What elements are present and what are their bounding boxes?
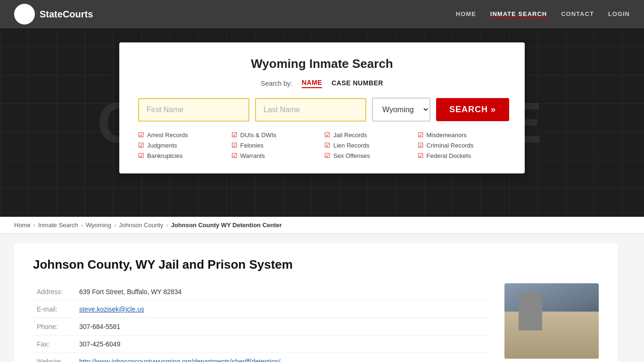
table-row: Website: http://www.johnsoncountywyoming… (33, 353, 490, 362)
feature-duis-dwis: ☑ DUIs & DWIs (231, 131, 320, 139)
feature-label: Jail Records (333, 132, 367, 139)
tab-case-number[interactable]: CASE NUMBER (331, 79, 383, 88)
breadcrumb-sep: › (81, 222, 83, 229)
check-icon: ☑ (138, 152, 144, 159)
website-link[interactable]: http://www.johnsoncountywyoming.org/depa… (79, 358, 281, 362)
feature-sex-offenses: ☑ Sex Offenses (324, 152, 413, 159)
feature-label: Sex Offenses (333, 152, 370, 159)
features-grid: ☑ Arrest Records ☑ DUIs & DWIs ☑ Jail Re… (138, 131, 506, 159)
check-icon: ☑ (231, 141, 238, 149)
check-icon: ☑ (418, 152, 424, 159)
breadcrumb-johnson-county[interactable]: Johnson County (119, 222, 163, 229)
feature-label: Bankruptcies (147, 152, 182, 159)
tab-name[interactable]: NAME (302, 79, 322, 88)
navigation: 🏛 StateCourts HOME INMATE SEARCH CONTACT… (0, 0, 644, 28)
facility-title: Johnson County, WY Jail and Prison Syste… (33, 257, 599, 272)
feature-warrants: ☑ Warrants (231, 152, 320, 159)
site-logo[interactable]: 🏛 StateCourts (14, 4, 93, 25)
nav-login[interactable]: LOGIN (608, 10, 630, 18)
table-row: Fax: 307-425-6049 (33, 336, 490, 353)
check-icon: ☑ (324, 141, 330, 149)
feature-federal-dockets: ☑ Federal Dockets (418, 152, 506, 159)
building-image (504, 283, 599, 359)
breadcrumb-wyoming[interactable]: Wyoming (86, 222, 111, 229)
check-icon: ☑ (231, 152, 238, 159)
phone-label: Phone: (33, 318, 75, 336)
breadcrumb: Home › Inmate Search › Wyoming › Johnson… (0, 217, 644, 234)
breadcrumb-sep: › (33, 222, 35, 229)
hero-section: Wyoming Inmate Search Search by: NAME CA… (0, 28, 644, 217)
email-label: E-mail: (33, 301, 75, 318)
last-name-input[interactable] (255, 98, 366, 122)
phone-value: 307-684-5581 (75, 318, 490, 336)
check-icon: ☑ (231, 131, 238, 139)
feature-label: Federal Dockets (427, 152, 471, 159)
feature-label: Arrest Records (147, 132, 188, 139)
feature-misdemeanors: ☑ Misdemeanors (418, 131, 506, 139)
address-label: Address: (33, 283, 75, 301)
check-icon: ☑ (324, 152, 330, 159)
feature-arrest-records: ☑ Arrest Records (138, 131, 227, 139)
feature-label: Warrants (240, 152, 265, 159)
table-row: Address: 639 Fort Street, Buffalo, WY 82… (33, 283, 490, 301)
feature-felonies: ☑ Felonies (231, 141, 320, 149)
fax-value: 307-425-6049 (75, 336, 490, 353)
feature-criminal-records: ☑ Criminal Records (418, 141, 506, 149)
address-value: 639 Fort Street, Buffalo, WY 82834 (75, 283, 490, 301)
facility-info: Address: 639 Fort Street, Buffalo, WY 82… (33, 283, 490, 362)
check-icon: ☑ (418, 131, 424, 139)
email-link[interactable]: steve.kozisek@jcle.us (79, 305, 144, 313)
nav-home[interactable]: HOME (456, 10, 476, 18)
breadcrumb-sep: › (166, 222, 168, 229)
search-title: Wyoming Inmate Search (138, 57, 506, 71)
table-row: E-mail: steve.kozisek@jcle.us (33, 301, 490, 318)
facility-card: Johnson County, WY Jail and Prison Syste… (14, 243, 618, 362)
site-name: StateCourts (40, 9, 93, 20)
breadcrumb-home[interactable]: Home (14, 222, 31, 229)
search-by-label: Search by: (261, 80, 292, 87)
fax-label: Fax: (33, 336, 75, 353)
nav-contact[interactable]: CONTACT (561, 10, 594, 18)
search-card: Wyoming Inmate Search Search by: NAME CA… (119, 42, 525, 173)
nav-links: HOME INMATE SEARCH CONTACT LOGIN (456, 10, 630, 18)
content-area: Johnson County, WY Jail and Prison Syste… (0, 234, 644, 362)
feature-bankruptcies: ☑ Bankruptcies (138, 152, 227, 159)
check-icon: ☑ (418, 141, 424, 149)
table-row: Phone: 307-684-5581 (33, 318, 490, 336)
breadcrumb-inmate-search[interactable]: Inmate Search (38, 222, 78, 229)
feature-label: Criminal Records (427, 142, 474, 149)
feature-lien-records: ☑ Lien Records (324, 141, 413, 149)
feature-label: Lien Records (333, 142, 370, 149)
website-value: http://www.johnsoncountywyoming.org/depa… (75, 353, 490, 362)
first-name-input[interactable] (138, 98, 249, 122)
check-icon: ☑ (324, 131, 330, 139)
feature-label: Felonies (240, 142, 264, 149)
breadcrumb-sep: › (114, 222, 116, 229)
search-button[interactable]: SEARCH » (436, 98, 509, 121)
facility-body: Address: 639 Fort Street, Buffalo, WY 82… (33, 283, 599, 362)
logo-icon: 🏛 (14, 4, 35, 25)
breadcrumb-current: Johnson County WY Detention Center (171, 222, 282, 229)
email-value: steve.kozisek@jcle.us (75, 301, 490, 318)
website-label: Website: (33, 353, 75, 362)
facility-image (504, 283, 599, 362)
feature-jail-records: ☑ Jail Records (324, 131, 413, 139)
nav-inmate-search[interactable]: INMATE SEARCH (490, 10, 547, 18)
feature-label: Judgments (147, 142, 177, 149)
feature-judgments: ☑ Judgments (138, 141, 227, 149)
check-icon: ☑ (138, 131, 144, 139)
feature-label: Misdemeanors (427, 132, 467, 139)
feature-label: DUIs & DWIs (240, 132, 277, 139)
check-icon: ☑ (138, 141, 144, 149)
state-select[interactable]: Wyoming Alabama Alaska Arizona Californi… (372, 98, 430, 122)
info-table: Address: 639 Fort Street, Buffalo, WY 82… (33, 283, 490, 362)
search-by-row: Search by: NAME CASE NUMBER (138, 79, 506, 88)
search-inputs-row: Wyoming Alabama Alaska Arizona Californi… (138, 98, 506, 122)
